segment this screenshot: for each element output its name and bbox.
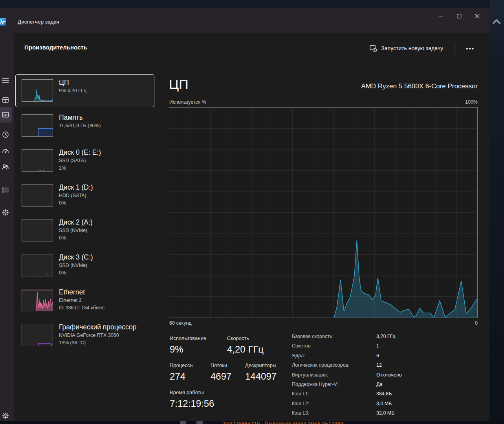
- stat-label: Процессы: [170, 362, 194, 368]
- info-label: Поддержка Hyper-V:: [292, 382, 376, 387]
- info-row: Поддержка Hyper-V:Да: [292, 382, 477, 391]
- stat-value: 7:12:19:56: [170, 398, 214, 409]
- chart-y-max: 100%: [465, 99, 478, 105]
- sidebar-card-disk1[interactable]: Диск 1 (D:)HDD (SATA)0%: [16, 179, 154, 212]
- disk1-mini-chart: [22, 184, 53, 207]
- info-label: Кэш L2:: [292, 401, 376, 406]
- sidebar-card-gpu[interactable]: Графический процессорNVIDIA GeForce RTX …: [16, 319, 154, 351]
- rail-item-startup-apps[interactable]: [0, 146, 11, 157]
- info-label: Базовая скорость:: [292, 334, 376, 339]
- info-label: Кэш L1:: [292, 391, 376, 397]
- sidebar-card-memory[interactable]: Память11,6/31,9 ГБ (36%): [16, 110, 154, 142]
- disk2-mini-chart: [22, 219, 53, 241]
- background-window-text: тэд775964710 - Подсосов мэла тред №17484: [223, 420, 344, 424]
- card-subtitle: NVIDIA GeForce RTX 3060: [59, 332, 136, 339]
- cpu-static-info: Базовая скорость:3,70 ГГцСокетов:1Ядра:6…: [292, 334, 477, 420]
- processor-name: AMD Ryzen 5 5600X 6-Core Processor: [361, 82, 478, 90]
- card-subtitle: 0%: [59, 234, 93, 242]
- info-value: 3,70 ГГц: [376, 334, 396, 339]
- card-title: Память: [59, 113, 101, 122]
- rail-item-performance[interactable]: [0, 107, 12, 122]
- menu-icon: [2, 77, 9, 84]
- cpu-detail-pane: ЦП AMD Ryzen 5 5600X 6-Core Processor Ис…: [169, 75, 489, 420]
- card-title: Ethernet: [59, 288, 105, 297]
- info-value: Отключено: [376, 372, 402, 378]
- navigation-rail: [0, 33, 14, 421]
- sidebar-card-disk2[interactable]: Диск 2 (A:)SSD (NVMe)0%: [16, 214, 154, 247]
- card-subtitle: 13% (36 °C): [59, 339, 136, 347]
- card-title: Диск 1 (D:): [59, 183, 93, 192]
- run-new-task-button[interactable]: Запустить новую задачу: [366, 42, 447, 55]
- info-value: 384 КБ: [376, 391, 392, 397]
- header-divider: [455, 42, 455, 54]
- card-subtitle: 2%: [59, 164, 101, 172]
- chart-x-left: 60 секунд: [169, 320, 192, 326]
- rail-item-users[interactable]: [0, 162, 11, 172]
- stat-value: 274: [170, 371, 185, 382]
- sidebar-card-cpu[interactable]: ЦП9% 4,20 ГГц: [16, 75, 154, 107]
- card-subtitle: 0%: [59, 269, 93, 277]
- stat-value: 9%: [170, 344, 183, 355]
- sidebar-card-disk3[interactable]: Диск 3 (C:)SSD (NVMe)0%: [16, 249, 154, 281]
- rail-item-services[interactable]: [0, 207, 11, 217]
- page-title: Производительность: [24, 44, 87, 51]
- background-window-icons: [180, 421, 203, 424]
- task-manager-app-icon: [0, 18, 6, 26]
- stat-value: 4,20 ГГц: [227, 344, 264, 355]
- users-icon: [2, 163, 9, 171]
- card-subtitle: 0%: [59, 199, 93, 207]
- card-subtitle: Ethernet 2: [59, 297, 105, 304]
- close-button[interactable]: [468, 9, 486, 24]
- memory-mini-chart: [22, 114, 53, 137]
- stat-label: Потоки: [211, 362, 227, 368]
- stat-label: Скорость: [227, 335, 249, 341]
- panel-header: Производительность Запустить новую задач…: [14, 33, 489, 60]
- card-subtitle: 9% 4,20 ГГц: [59, 87, 86, 95]
- processes-icon: [2, 96, 9, 104]
- card-title: Диск 2 (A:): [59, 218, 93, 227]
- rail-item-menu[interactable]: [0, 75, 11, 86]
- rail-item-details[interactable]: [0, 185, 11, 195]
- performance-panel: Производительность Запустить новую задач…: [14, 33, 489, 421]
- info-label: Виртуализация:: [292, 372, 376, 378]
- cpu-usage-chart[interactable]: [169, 107, 478, 318]
- card-subtitle: SSD (NVMe): [59, 227, 93, 234]
- stat-label: Время работы: [170, 389, 204, 395]
- info-row: Кэш L1:384 КБ: [292, 391, 477, 400]
- stat-value: 4697: [211, 371, 231, 382]
- info-row: Логических процессоров:12: [292, 362, 477, 372]
- rail-item-app-history[interactable]: [0, 130, 11, 140]
- info-row: Базовая скорость:3,70 ГГц: [292, 334, 477, 343]
- card-subtitle: SSD (NVMe): [59, 262, 93, 269]
- services-icon: [2, 208, 9, 216]
- maximize-button[interactable]: [450, 9, 468, 24]
- info-value: 3,0 МБ: [376, 401, 392, 406]
- card-title: Диск 3 (C:): [59, 253, 93, 262]
- startup-apps-icon: [2, 148, 9, 155]
- stat-value: 144097: [245, 371, 277, 382]
- cpu-mini-chart: [22, 79, 53, 102]
- rail-item-processes[interactable]: [0, 95, 11, 105]
- info-row: Кэш L3:32,0 МБ: [292, 410, 477, 420]
- card-subtitle: 11,6/31,9 ГБ (36%): [59, 122, 101, 130]
- run-new-task-label: Запустить новую задачу: [381, 45, 443, 51]
- card-title: Графический процессор: [59, 323, 136, 332]
- info-value: 6: [376, 353, 379, 358]
- sidebar-card-disk0[interactable]: Диск 0 (E: E:)SSD (SATA)2%: [16, 144, 154, 177]
- info-row: Сокетов:1: [292, 343, 477, 353]
- chevron-up-icon[interactable]: [491, 17, 502, 27]
- cpu-title: ЦП: [169, 77, 189, 92]
- app-history-icon: [2, 131, 9, 139]
- info-value: Да: [376, 382, 382, 387]
- info-value: 1: [376, 343, 379, 349]
- minimize-button[interactable]: [432, 9, 450, 24]
- performance-icon: [2, 111, 9, 119]
- chart-y-label: Используется %: [169, 99, 206, 105]
- sidebar-card-ethernet[interactable]: EthernetEthernet 2О: 336 П: 184 кбит/с: [16, 284, 154, 316]
- titlebar[interactable]: Диспетчер задач: [0, 8, 489, 33]
- rail-item-settings[interactable]: [0, 411, 11, 421]
- info-label: Логических процессоров:: [292, 362, 376, 368]
- info-label: Ядра:: [292, 353, 376, 358]
- background-bottom-window: тэд775964710 - Подсосов мэла тред №17484: [0, 420, 504, 424]
- more-options-button[interactable]: •••: [463, 42, 478, 55]
